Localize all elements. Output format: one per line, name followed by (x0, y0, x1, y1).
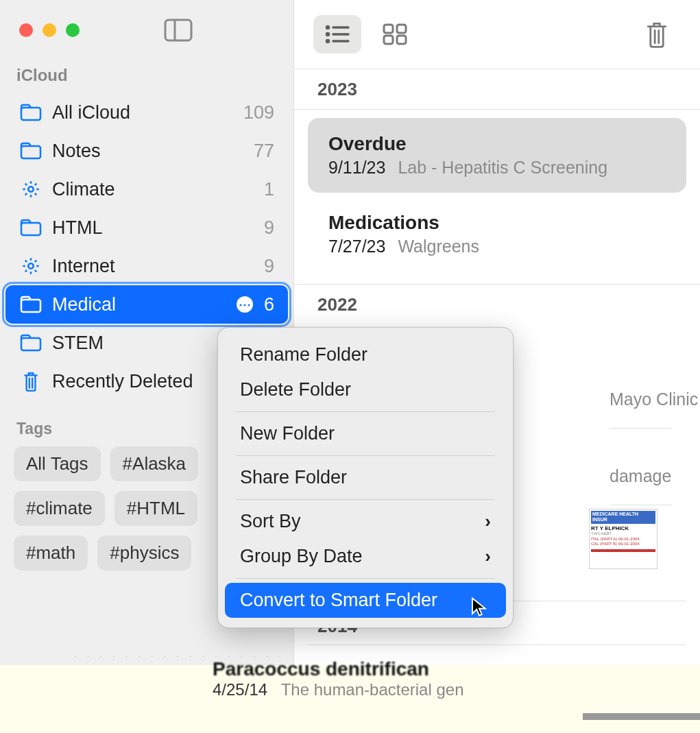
ctx-label: Sort By (240, 511, 301, 532)
svg-rect-31 (384, 25, 393, 33)
folder-label: Internet (52, 256, 264, 277)
note-date: 9/11/23 (328, 158, 385, 178)
svg-point-29 (327, 40, 329, 43)
folder-count: 9 (264, 217, 274, 239)
folder-more-button[interactable]: ⋯ (237, 296, 253, 313)
ctx-delete-folder[interactable]: Delete Folder (225, 372, 506, 407)
list-view-button[interactable] (313, 15, 361, 53)
svg-line-9 (25, 184, 27, 185)
folder-icon (19, 217, 43, 238)
close-window-button[interactable] (19, 23, 33, 37)
minimize-window-button[interactable] (43, 23, 56, 37)
ctx-label: Delete Folder (240, 379, 351, 400)
note-list-2023: Overdue 9/11/23 Lab - Hepatitis C Screen… (294, 110, 700, 284)
svg-line-21 (25, 270, 27, 272)
folder-label: Medical (52, 294, 237, 315)
ctx-label: Rename Folder (240, 344, 367, 365)
ctx-separator (236, 411, 495, 412)
note-subtitle: 4/25/14 The human-bacterial gen (213, 680, 555, 699)
note-preview: The human-bacterial gen (281, 680, 464, 699)
ctx-separator (236, 455, 495, 456)
ctx-rename-folder[interactable]: Rename Folder (225, 337, 506, 372)
divider (610, 428, 673, 429)
folder-label: HTML (52, 217, 264, 239)
ctx-convert-smart-folder[interactable]: Convert to Smart Folder (225, 583, 506, 618)
folder-icon (19, 141, 43, 161)
sidebar-section-label: iCloud (0, 41, 293, 91)
toolbar (294, 0, 700, 69)
sidebar-item-internet[interactable]: Internet 9 (5, 247, 288, 285)
sidebar-item-html[interactable]: HTML 9 (5, 208, 288, 247)
year-header-2022: 2022 (294, 284, 700, 325)
tag-physics[interactable]: #physics (97, 536, 191, 570)
ctx-sort-by[interactable]: Sort By› (225, 504, 506, 539)
sidebar-item-climate[interactable]: Climate 1 (5, 170, 288, 208)
svg-point-27 (327, 34, 329, 36)
folder-icon (19, 333, 43, 353)
folder-label: Climate (52, 179, 264, 200)
svg-line-10 (35, 193, 36, 195)
thumb-header: MEDICARE HEALTH INSUR (591, 511, 655, 524)
window-controls (0, 19, 293, 41)
svg-rect-13 (21, 223, 40, 235)
trash-icon (19, 371, 43, 392)
note-title: Medications (328, 212, 666, 234)
chevron-right-icon: › (485, 546, 491, 567)
note-title: Paracoccus denitrifican (213, 658, 555, 680)
ctx-group-by-date[interactable]: Group By Date› (225, 539, 506, 574)
sidebar-item-notes[interactable]: Notes 77 (5, 132, 288, 170)
svg-rect-34 (397, 36, 406, 44)
folder-count: 1 (264, 179, 274, 200)
ctx-label: New Folder (240, 423, 335, 444)
folder-label: All iCloud (52, 102, 243, 123)
svg-line-11 (25, 193, 27, 195)
note-subtitle: 7/27/23 Walgreens (328, 237, 666, 256)
sidebar-item-all-icloud[interactable]: All iCloud 109 (5, 93, 288, 132)
tag-html[interactable]: #HTML (114, 491, 197, 526)
ctx-new-folder[interactable]: New Folder (225, 416, 506, 451)
note-item-paracoccus[interactable]: Paracoccus denitrifican 4/25/14 The huma… (213, 658, 555, 699)
svg-point-4 (28, 187, 33, 191)
svg-point-14 (28, 263, 33, 268)
tag-all-tags[interactable]: All Tags (14, 446, 101, 481)
tag-math[interactable]: #math (14, 536, 88, 570)
partial-border (583, 713, 700, 720)
tag-alaska[interactable]: #Alaska (110, 446, 199, 481)
fullscreen-window-button[interactable] (66, 23, 80, 37)
note-item-medications[interactable]: Medications 7/27/23 Walgreens (308, 197, 686, 272)
folder-count: 77 (254, 141, 274, 162)
svg-rect-24 (21, 338, 40, 350)
ctx-label: Share Folder (240, 467, 347, 488)
thumb-line: CAL (PART B) 06-01-2004 (591, 542, 655, 546)
chevron-right-icon: › (485, 511, 491, 532)
divider (610, 505, 673, 505)
note-preview-peek: Mayo Clinic (610, 389, 700, 409)
note-preview: Walgreens (398, 237, 479, 256)
thumb-name: RT Y ELPHICK (591, 525, 655, 532)
svg-rect-0 (165, 20, 191, 40)
gear-icon (19, 179, 43, 200)
ctx-share-folder[interactable]: Share Folder (225, 460, 506, 495)
svg-rect-3 (21, 146, 40, 158)
thumb-bar (591, 549, 655, 552)
divider (308, 645, 686, 645)
svg-rect-2 (21, 108, 40, 120)
delete-note-button[interactable] (633, 15, 681, 53)
tag-climate[interactable]: #climate (14, 491, 105, 526)
grid-view-button[interactable] (371, 15, 419, 53)
svg-line-19 (25, 261, 27, 262)
thumb-line: ITAL (PART A) 06-01-2004 (591, 537, 655, 542)
toggle-sidebar-button[interactable] (165, 19, 192, 41)
svg-line-20 (35, 270, 36, 272)
folder-icon (19, 102, 43, 123)
ctx-label: Group By Date (240, 546, 363, 567)
ctx-separator (236, 499, 495, 500)
note-subtitle: 9/11/23 Lab - Hepatitis C Screening (328, 158, 666, 178)
sidebar-item-medical[interactable]: Medical ⋯ 6 (5, 285, 288, 324)
gear-icon (19, 256, 43, 276)
ctx-label: Convert to Smart Folder (240, 590, 437, 611)
folder-label: Notes (52, 141, 254, 162)
app-window: iCloud All iCloud 109 Notes 77 Climate 1… (0, 0, 700, 672)
svg-line-22 (35, 261, 36, 262)
note-item-overdue[interactable]: Overdue 9/11/23 Lab - Hepatitis C Screen… (308, 118, 686, 193)
